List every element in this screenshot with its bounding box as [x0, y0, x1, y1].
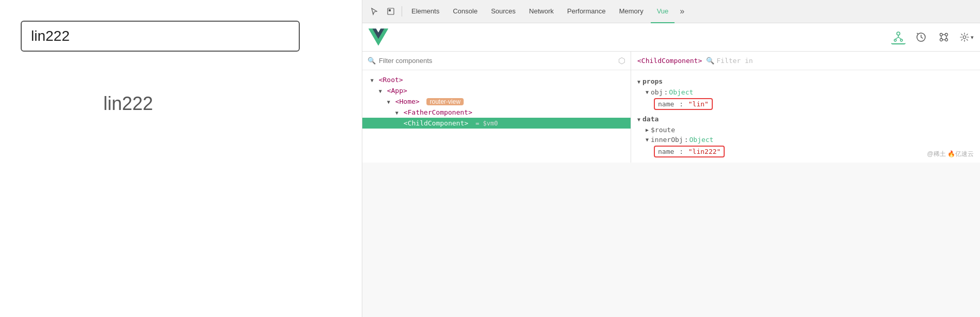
tab-memory[interactable]: Memory [613, 0, 650, 23]
filter-bar: 🔍 ⬡ [362, 52, 631, 70]
obj-name-key: name [658, 100, 674, 108]
svg-point-6 [894, 39, 896, 41]
props-arrow: ▼ [637, 79, 640, 85]
props-panel: <ChildComponent> 🔍 Filter in ▼props ▼ ob… [631, 52, 980, 163]
innerobj-name-value: "lin222" [688, 148, 721, 155]
tree-item-app[interactable]: ▼ <App> [362, 85, 631, 96]
component-tree: 🔍 ⬡ ▼ <Root> ▼ <App> [362, 52, 631, 163]
route-row[interactable]: ▶ $route [637, 125, 974, 135]
svg-point-9 [940, 34, 943, 36]
svg-point-12 [945, 39, 948, 41]
selected-component-name: <ChildComponent> [637, 57, 702, 65]
filter-components-input[interactable] [379, 57, 618, 65]
route-arrow: ▶ [646, 127, 649, 133]
obj-key: obj [651, 88, 663, 96]
tree-label-app: <App> [387, 87, 407, 94]
innerobj-arrow: ▼ [646, 137, 649, 142]
inspect-icon[interactable] [383, 4, 399, 19]
innerobj-type: Object [689, 136, 713, 144]
innerobj-name-highlighted: name : "lin222" [654, 146, 725, 157]
component-tree-icon[interactable] [891, 30, 906, 44]
tab-network[interactable]: Network [523, 0, 560, 23]
innerobj-prop-row[interactable]: ▼ innerObj : Object [637, 135, 974, 145]
svg-line-5 [898, 37, 901, 39]
props-search-icon: 🔍 [706, 57, 714, 65]
tree-arrow-app: ▼ [379, 88, 382, 94]
svg-line-4 [895, 37, 898, 39]
obj-prop-row[interactable]: ▼ obj : Object [637, 87, 974, 97]
route-key: $route [651, 126, 675, 134]
vue-devtools-content: ▾ 🔍 ⬡ ▼ <Root> [362, 23, 980, 163]
tree-label-root: <Root> [379, 76, 403, 84]
tree-arrow-father: ▼ [395, 110, 399, 116]
obj-name-value: "lin" [688, 100, 709, 108]
props-filter-label: Filter in [716, 57, 753, 65]
text-input[interactable] [21, 21, 300, 52]
tree-arrow-home: ▼ [387, 99, 390, 105]
svg-point-2 [897, 32, 900, 35]
vue-logo [369, 27, 388, 47]
innerobj-name-value-row: name : "lin222" [637, 145, 974, 158]
svg-point-10 [945, 34, 948, 36]
svg-point-17 [963, 36, 966, 38]
vue-toolbar-icons: ▾ [891, 30, 974, 44]
tree-item-home[interactable]: ▼ <Home> router-view [362, 96, 631, 107]
vm-label: = $vm0 [476, 120, 498, 127]
innerobj-name-key: name [658, 148, 674, 155]
app-panel: lin222 [0, 0, 362, 317]
innerobj-key: innerObj [651, 136, 683, 144]
tab-elements[interactable]: Elements [405, 0, 446, 23]
display-text: lin222 [103, 93, 341, 115]
props-header: <ChildComponent> 🔍 Filter in [631, 52, 980, 70]
search-icon: 🔍 [368, 57, 376, 65]
svg-rect-1 [389, 9, 391, 11]
svg-point-7 [900, 39, 902, 41]
tree-label-home: <Home> [395, 98, 420, 105]
devtools-tab-bar: Elements Console Sources Network Perform… [362, 0, 980, 23]
tab-vue[interactable]: Vue [651, 0, 675, 23]
settings-icon[interactable]: ▾ [959, 30, 974, 44]
data-section-label: ▼data [637, 115, 974, 123]
vue-header: ▾ [362, 23, 980, 52]
tree-label-father: <FatherComponent> [404, 108, 472, 116]
svg-point-11 [940, 39, 943, 41]
router-view-badge: router-view [426, 98, 463, 105]
tree-label-child: <ChildComponent> [404, 119, 468, 127]
tab-console[interactable]: Console [447, 0, 484, 23]
tree-item-child[interactable]: <ChildComponent> = $vm0 [362, 118, 631, 129]
tree-content: ▼ <Root> ▼ <App> ▼ <Home> router-vie [362, 70, 631, 163]
vuex-icon[interactable] [937, 30, 951, 44]
obj-type: Object [669, 88, 693, 96]
vue-split: 🔍 ⬡ ▼ <Root> ▼ <App> [362, 52, 980, 163]
refresh-icon[interactable]: ⬡ [618, 56, 625, 66]
cursor-icon[interactable] [366, 4, 382, 19]
obj-arrow: ▼ [646, 89, 649, 95]
history-icon[interactable] [914, 30, 928, 44]
obj-name-value-row: name : "lin" [637, 97, 974, 111]
tab-more[interactable]: » [676, 7, 688, 16]
props-section-label: ▼props [637, 77, 974, 85]
tab-sources[interactable]: Sources [485, 0, 522, 23]
obj-name-highlighted: name : "lin" [654, 98, 713, 110]
tree-arrow-root: ▼ [371, 77, 374, 83]
data-arrow: ▼ [637, 117, 640, 122]
watermark: @稀土 🔥亿速云 [927, 150, 974, 158]
tab-separator [402, 6, 402, 17]
tree-item-father[interactable]: ▼ <FatherComponent> [362, 107, 631, 118]
tab-performance[interactable]: Performance [561, 0, 611, 23]
tree-item-root[interactable]: ▼ <Root> [362, 74, 631, 85]
devtools-panel: Elements Console Sources Network Perform… [362, 0, 980, 317]
data-section: ▼data ▶ $route ▼ innerObj : Object [637, 115, 974, 158]
props-content: ▼props ▼ obj : Object name : "l [631, 70, 980, 163]
